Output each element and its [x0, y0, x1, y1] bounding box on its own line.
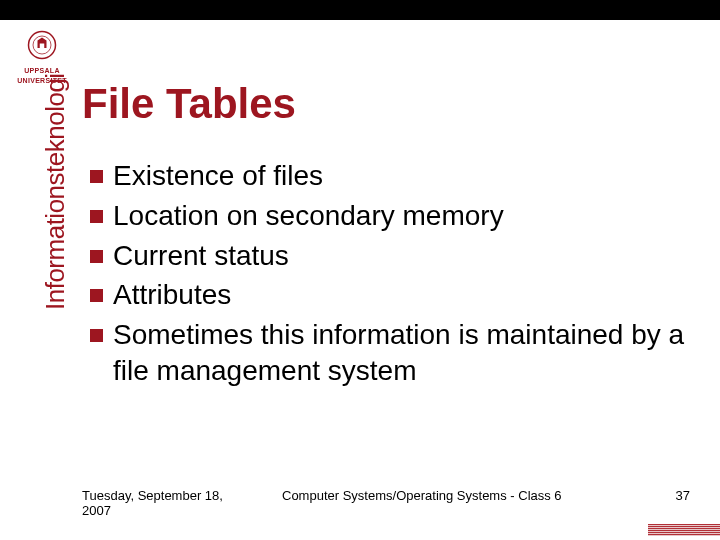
- list-item: Sometimes this information is maintained…: [90, 317, 690, 389]
- sidebar-label: Informationsteknologi: [40, 73, 71, 310]
- bullet-icon: [90, 250, 103, 263]
- footer-center: Computer Systems/Operating Systems - Cla…: [252, 488, 650, 518]
- list-item: Current status: [90, 238, 690, 274]
- footer: Tuesday, September 18, 2007 Computer Sys…: [82, 488, 690, 518]
- top-bar: [0, 0, 720, 20]
- list-item: Location on secondary memory: [90, 198, 690, 234]
- bullet-text: Sometimes this information is maintained…: [113, 317, 690, 389]
- bullet-text: Current status: [113, 238, 690, 274]
- svg-rect-2: [40, 44, 45, 49]
- list-item: Attributes: [90, 277, 690, 313]
- bullet-text: Location on secondary memory: [113, 198, 690, 234]
- slide-title: File Tables: [82, 80, 296, 128]
- slide: UPPSALA UNIVERSITET File Tables Informat…: [0, 0, 720, 540]
- list-item: Existence of files: [90, 158, 690, 194]
- bullet-text: Attributes: [113, 277, 690, 313]
- decorative-stripes: [648, 524, 720, 536]
- bullet-icon: [90, 170, 103, 183]
- bullet-icon: [90, 329, 103, 342]
- bullet-list: Existence of files Location on secondary…: [90, 158, 690, 393]
- bullet-icon: [90, 289, 103, 302]
- bullet-text: Existence of files: [113, 158, 690, 194]
- seal-icon: [27, 30, 57, 60]
- bullet-icon: [90, 210, 103, 223]
- footer-date: Tuesday, September 18, 2007: [82, 488, 252, 518]
- footer-page-number: 37: [650, 488, 690, 518]
